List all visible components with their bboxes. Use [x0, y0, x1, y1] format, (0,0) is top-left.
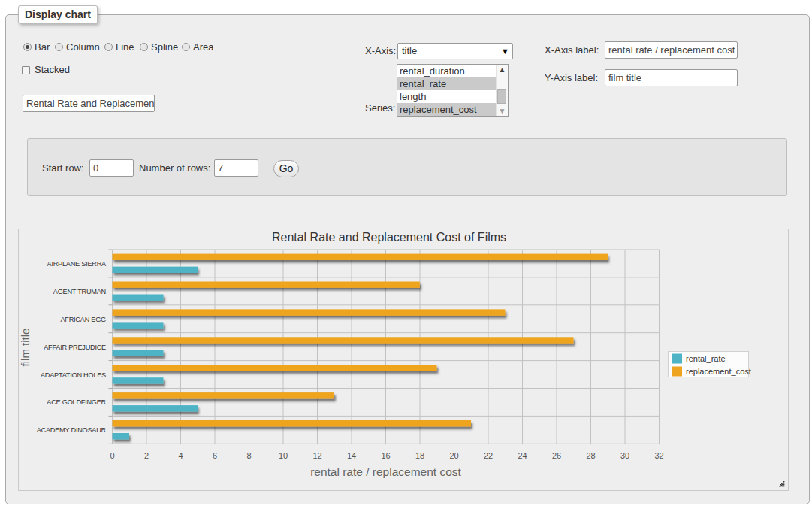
- svg-text:ACADEMY DINOSAUR: ACADEMY DINOSAUR: [37, 426, 107, 434]
- svg-text:28: 28: [586, 451, 595, 460]
- svg-text:4: 4: [178, 451, 183, 460]
- svg-text:22: 22: [484, 451, 493, 460]
- svg-text:6: 6: [213, 451, 217, 460]
- svg-text:14: 14: [347, 451, 356, 460]
- svg-text:20: 20: [449, 451, 458, 460]
- svg-text:replacement_cost: replacement_cost: [686, 367, 751, 376]
- svg-text:ADAPTATION HOLES: ADAPTATION HOLES: [41, 371, 106, 379]
- svg-text:32: 32: [654, 451, 663, 460]
- svg-text:2: 2: [144, 451, 149, 460]
- svg-text:30: 30: [620, 451, 629, 460]
- svg-text:AFFAIR PREJUDICE: AFFAIR PREJUDICE: [44, 344, 106, 351]
- svg-text:26: 26: [552, 451, 561, 460]
- svg-text:AGENT TRUMAN: AGENT TRUMAN: [53, 288, 106, 295]
- svg-text:0: 0: [110, 451, 114, 460]
- svg-text:AIRPLANE SIERRA: AIRPLANE SIERRA: [47, 260, 107, 268]
- svg-text:rental_rate: rental_rate: [686, 354, 726, 363]
- svg-text:film title: film title: [19, 329, 32, 367]
- svg-text:ACE GOLDFINGER: ACE GOLDFINGER: [47, 398, 106, 406]
- svg-text:10: 10: [279, 451, 288, 460]
- svg-text:AFRICAN EGG: AFRICAN EGG: [60, 316, 106, 323]
- svg-text:Rental Rate and Replacement Co: Rental Rate and Replacement Cost of Film…: [272, 231, 506, 244]
- svg-text:rental rate / replacement cost: rental rate / replacement cost: [310, 465, 461, 478]
- svg-text:16: 16: [381, 451, 390, 460]
- svg-text:24: 24: [518, 451, 527, 460]
- svg-text:12: 12: [312, 451, 321, 460]
- svg-text:18: 18: [415, 451, 424, 460]
- svg-text:8: 8: [246, 451, 251, 460]
